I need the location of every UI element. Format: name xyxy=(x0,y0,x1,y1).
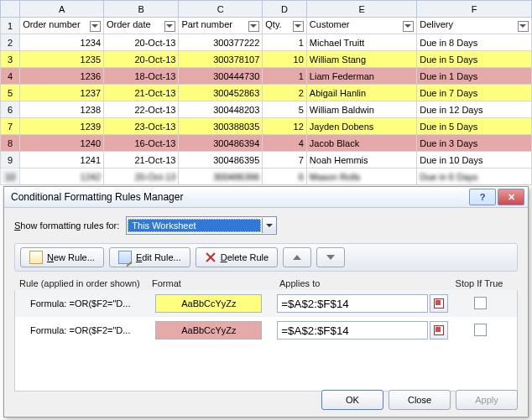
cell[interactable]: Michael Truitt xyxy=(306,34,416,51)
column-header[interactable]: C xyxy=(179,1,263,18)
filter-icon[interactable] xyxy=(164,21,175,32)
table-row[interactable]: 10124220-Oct-133004863966Mason RollsDue … xyxy=(1,169,532,185)
column-header[interactable]: E xyxy=(306,1,416,18)
table-row[interactable]: 2123420-Oct-133003772221Michael TruittDu… xyxy=(1,34,532,51)
filter-icon[interactable] xyxy=(248,21,259,32)
table-header-cell[interactable]: Customer xyxy=(306,18,416,34)
cell[interactable]: 4 xyxy=(263,135,307,152)
cell[interactable]: 300377222 xyxy=(179,34,263,51)
cell[interactable]: Abigail Hanlin xyxy=(306,85,416,101)
row-header[interactable]: 1 xyxy=(1,18,20,34)
column-header[interactable] xyxy=(1,1,20,18)
rule-row[interactable]: Formula: =OR($F2="D...AaBbCcYyZz xyxy=(15,290,517,317)
rule-row[interactable]: Formula: =OR($F2="D...AaBbCcYyZz xyxy=(15,317,517,344)
move-down-button[interactable] xyxy=(316,247,345,267)
cell[interactable]: Due in 7 Days xyxy=(417,85,532,101)
cell[interactable]: 300448203 xyxy=(179,101,263,118)
table-header-cell[interactable]: Delivery xyxy=(417,18,532,34)
filter-icon[interactable] xyxy=(518,21,529,32)
row-header[interactable]: 9 xyxy=(1,152,20,169)
cell[interactable]: Due in 5 Days xyxy=(417,118,532,135)
cell[interactable]: 10 xyxy=(263,51,307,68)
range-picker-button[interactable] xyxy=(430,294,448,313)
table-row[interactable]: 3123520-Oct-1330037810710William StangDu… xyxy=(1,51,532,68)
cell[interactable]: 300444730 xyxy=(179,68,263,85)
close-window-button[interactable]: ✕ xyxy=(498,189,524,205)
table-header-cell[interactable]: Order date xyxy=(104,18,179,34)
cell[interactable]: 20-Oct-13 xyxy=(104,169,179,185)
row-header[interactable]: 3 xyxy=(1,51,20,68)
column-header[interactable]: A xyxy=(20,1,104,18)
cell[interactable]: William Baldwin xyxy=(306,101,416,118)
cell[interactable]: Due in 6 Days xyxy=(417,169,532,185)
filter-icon[interactable] xyxy=(90,21,101,32)
chevron-down-icon[interactable] xyxy=(262,218,276,233)
cell[interactable]: 1234 xyxy=(20,34,104,51)
cell[interactable]: 20-Oct-13 xyxy=(104,51,179,68)
cell[interactable]: 300486396 xyxy=(179,169,263,185)
cell[interactable]: 22-Oct-13 xyxy=(104,101,179,118)
cell[interactable]: Mason Rolls xyxy=(306,169,416,185)
cell[interactable]: 300388035 xyxy=(179,118,263,135)
row-header[interactable]: 2 xyxy=(1,34,20,51)
table-row[interactable]: 7123923-Oct-1330038803512Jayden DobensDu… xyxy=(1,118,532,135)
edit-rule-button[interactable]: Edit Rule... xyxy=(109,247,190,267)
cell[interactable]: 21-Oct-13 xyxy=(104,152,179,169)
cell[interactable]: Due in 3 Days xyxy=(417,135,532,152)
cell[interactable]: 1239 xyxy=(20,118,104,135)
cell[interactable]: 6 xyxy=(263,169,307,185)
range-picker-button[interactable] xyxy=(430,321,448,340)
row-header[interactable]: 4 xyxy=(1,68,20,85)
table-header-cell[interactable]: Part number xyxy=(179,18,263,34)
applies-to-input[interactable] xyxy=(277,294,428,313)
table-row[interactable]: 8124016-Oct-133004863944Jacob BlackDue i… xyxy=(1,135,532,152)
move-up-button[interactable] xyxy=(283,247,311,267)
row-header[interactable]: 6 xyxy=(1,101,20,118)
cell[interactable]: Due in 8 Days xyxy=(417,34,532,51)
cell[interactable]: 300378107 xyxy=(179,51,263,68)
row-header[interactable]: 10 xyxy=(1,169,20,185)
apply-button[interactable]: Apply xyxy=(456,390,518,410)
cell[interactable]: Due in 5 Days xyxy=(417,51,532,68)
applies-to-input[interactable] xyxy=(277,321,428,340)
row-header[interactable]: 7 xyxy=(1,118,20,135)
cell[interactable]: Liam Federman xyxy=(306,68,416,85)
cell[interactable]: Due in 1 Days xyxy=(417,68,532,85)
close-button[interactable]: Close xyxy=(389,390,451,410)
show-rules-select[interactable]: This Worksheet xyxy=(126,216,277,235)
cell[interactable]: 1237 xyxy=(20,85,104,101)
cell[interactable]: 16-Oct-13 xyxy=(104,135,179,152)
cell[interactable]: 1240 xyxy=(20,135,104,152)
cell[interactable]: 21-Oct-13 xyxy=(104,85,179,101)
new-rule-button[interactable]: New Rule... xyxy=(20,247,104,267)
cell[interactable]: 7 xyxy=(263,152,307,169)
cell[interactable]: 1242 xyxy=(20,169,104,185)
stop-if-true-checkbox[interactable] xyxy=(474,324,487,336)
row-header[interactable]: 8 xyxy=(1,135,20,152)
column-header[interactable]: D xyxy=(263,1,307,18)
filter-icon[interactable] xyxy=(403,21,414,32)
cell[interactable]: Jacob Black xyxy=(306,135,416,152)
cell[interactable]: Noah Hemmis xyxy=(306,152,416,169)
spreadsheet-grid[interactable]: ABCDEF 1Order numberOrder datePart numbe… xyxy=(0,0,532,185)
cell[interactable]: 2 xyxy=(263,85,307,101)
cell[interactable]: 1236 xyxy=(20,68,104,85)
cell[interactable]: 1 xyxy=(263,34,307,51)
cell[interactable]: 18-Oct-13 xyxy=(104,68,179,85)
table-row[interactable]: 4123618-Oct-133004447301Liam FedermanDue… xyxy=(1,68,532,85)
cell[interactable]: 1238 xyxy=(20,101,104,118)
cell[interactable]: Due in 12 Days xyxy=(417,101,532,118)
table-row[interactable]: 6123822-Oct-133004482035William BaldwinD… xyxy=(1,101,532,118)
table-row[interactable]: 5123721-Oct-133004528632Abigail HanlinDu… xyxy=(1,85,532,101)
column-header[interactable]: F xyxy=(417,1,532,18)
row-header[interactable]: 5 xyxy=(1,85,20,101)
cell[interactable]: 300486394 xyxy=(179,135,263,152)
dialog-titlebar[interactable]: Conditional Formatting Rules Manager ? ✕ xyxy=(4,187,528,208)
cell[interactable]: Jayden Dobens xyxy=(306,118,416,135)
cell[interactable]: 1241 xyxy=(20,152,104,169)
table-header-cell[interactable]: Qty. xyxy=(263,18,307,34)
table-row[interactable]: 9124121-Oct-133004863957Noah HemmisDue i… xyxy=(1,152,532,169)
delete-rule-button[interactable]: Delete Rule xyxy=(196,247,279,267)
cell[interactable]: Due in 10 Days xyxy=(417,152,532,169)
ok-button[interactable]: OK xyxy=(321,390,383,410)
